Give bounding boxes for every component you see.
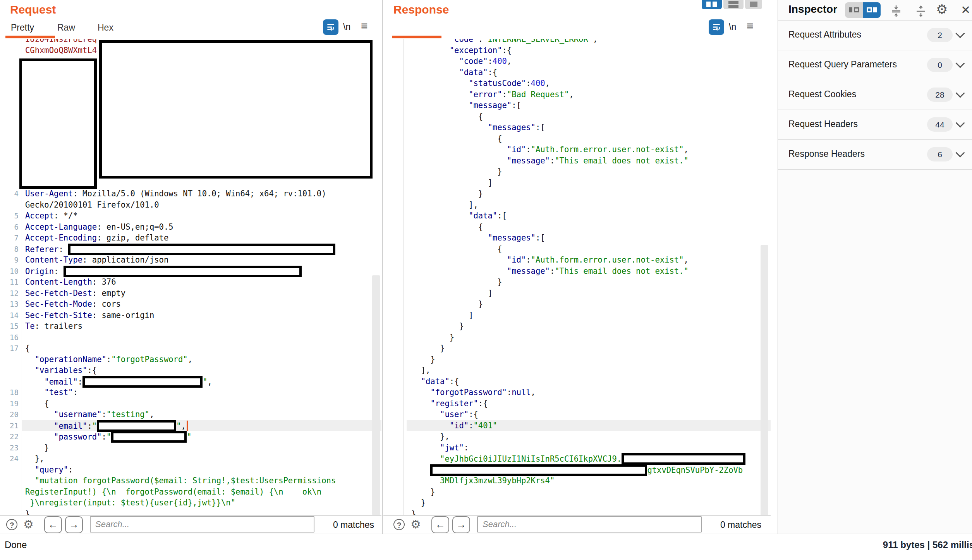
collapse-all-icon[interactable] [890, 5, 903, 18]
inspector-section-request-query-parameters[interactable]: Request Query Parameters0 [778, 50, 972, 80]
line-number: 10 [0, 266, 22, 277]
redaction-box [430, 464, 647, 476]
code-row: } [383, 497, 771, 508]
hamburger-menu-icon[interactable]: ≡ [361, 20, 368, 32]
code-row: "messages":[ [383, 232, 771, 244]
code-row: { [383, 244, 771, 255]
layout-rows-button[interactable] [723, 0, 744, 9]
chevron-down-icon[interactable] [955, 29, 965, 38]
line-number [0, 89, 22, 100]
close-icon[interactable]: ✕ [961, 3, 970, 17]
line-number [383, 431, 407, 442]
code-row: "operationName":"forgotPassword", [0, 354, 381, 365]
count-badge: 6 [927, 147, 953, 161]
code-row: "id":"Auth.form.error.user.not-exist", [383, 144, 771, 155]
response-search-input[interactable] [477, 516, 702, 533]
line-number [383, 244, 407, 255]
count-badge: 44 [927, 117, 953, 132]
code-row: }\nregister(input: $test){user{id},jwt}}… [0, 497, 381, 508]
code-row: }, [383, 431, 771, 442]
panel-divider[interactable] [382, 0, 383, 534]
inspector-settings-gear-icon[interactable]: ⚙ [936, 2, 948, 17]
inspector-section-request-cookies[interactable]: Request Cookies28 [778, 80, 972, 110]
code-row: "data":{ [383, 376, 771, 387]
line-number [0, 199, 22, 211]
chevron-down-icon[interactable] [955, 88, 965, 98]
line-number: 4 [0, 188, 22, 199]
line-number [0, 376, 22, 387]
line-number [383, 122, 407, 133]
help-icon[interactable]: ? [6, 519, 17, 530]
response-active-tab-underline [392, 36, 441, 38]
code-row: "forgotPassword":null, [383, 387, 771, 398]
line-number: 23 [0, 442, 22, 453]
code-row: } [383, 332, 771, 343]
line-number [383, 486, 407, 498]
code-row: 11Content-Length: 376 [0, 277, 381, 288]
wrap-lines-icon [711, 22, 721, 32]
inspector-layout-toggle-left[interactable] [845, 2, 863, 18]
tab-hex[interactable]: Hex [98, 22, 113, 33]
code-row: ], [383, 199, 771, 211]
line-number [0, 354, 22, 365]
search-settings-gear-icon[interactable]: ⚙ [23, 518, 34, 531]
inspector-section-request-attributes[interactable]: Request Attributes2 [778, 20, 972, 50]
layout-columns-button[interactable] [702, 0, 722, 9]
panel-layout-icon [849, 7, 852, 12]
tab-pretty[interactable]: Pretty [11, 22, 34, 33]
response-scrollbar[interactable] [761, 245, 768, 515]
line-number [0, 67, 22, 78]
code-row: 13Sec-Fetch-Mode: cors [0, 299, 381, 310]
line-number [0, 497, 22, 508]
search-settings-gear-icon[interactable]: ⚙ [410, 518, 421, 531]
code-row: RegisterInput!) {\n forgotPassword(email… [0, 486, 381, 498]
line-number: 11 [0, 277, 22, 288]
chevron-down-icon[interactable] [955, 58, 965, 68]
previous-match-button[interactable]: ← [44, 516, 62, 533]
code-row: 8Referer: [0, 244, 381, 255]
chevron-down-icon[interactable] [955, 118, 965, 127]
request-content-top-border [0, 39, 381, 39]
help-icon[interactable]: ? [393, 519, 405, 530]
next-match-button[interactable]: → [452, 516, 470, 533]
panel-layout-icon [867, 7, 872, 12]
line-number [383, 464, 407, 476]
line-number: 16 [0, 332, 22, 343]
inspector-section-request-headers[interactable]: Request Headers44 [778, 110, 972, 139]
tab-raw[interactable]: Raw [57, 22, 75, 33]
wrap-lines-button[interactable] [323, 19, 338, 35]
line-number [383, 277, 407, 288]
count-badge: 28 [927, 88, 953, 102]
burp-repeater-window: Request PrettyRawHex \n ≡ IUz04INszFULre… [0, 0, 972, 560]
request-editor[interactable]: IUz04INszFULreqCGhxmOoQ8WXmtL44User-Agen… [0, 39, 381, 515]
line-number [383, 288, 407, 299]
wrap-lines-button[interactable] [709, 19, 724, 35]
expand-all-icon[interactable] [914, 5, 927, 18]
newline-toggle[interactable]: \n [343, 22, 350, 32]
code-row: } [383, 343, 771, 354]
request-gutter-divider [22, 39, 22, 515]
newline-toggle[interactable]: \n [729, 22, 736, 32]
redaction-box [622, 453, 745, 465]
line-number [383, 321, 407, 332]
request-panel: Request PrettyRawHex \n ≡ IUz04INszFULre… [0, 0, 381, 534]
previous-match-button[interactable]: ← [431, 516, 449, 533]
code-row: "id":"401" [383, 420, 771, 431]
code-row: ] [383, 177, 771, 189]
request-scrollbar[interactable] [372, 275, 380, 515]
single-pane-icon [750, 2, 757, 7]
line-number: 12 [0, 288, 22, 299]
request-search-input[interactable] [90, 516, 314, 533]
code-row: 6Accept-Language: en-US,en;q=0.5 [0, 222, 381, 233]
code-row: 19 { [0, 398, 381, 409]
inspector-layout-toggle-right[interactable] [863, 2, 881, 18]
inspector-section-response-headers[interactable]: Response Headers6 [778, 139, 972, 169]
response-editor[interactable]: "code":"INTERNAL_SERVER_ERROR", "excepti… [383, 39, 771, 515]
code-row: 18 "test": [0, 387, 381, 398]
hamburger-menu-icon[interactable]: ≡ [747, 20, 754, 32]
line-number [383, 266, 407, 277]
chevron-down-icon[interactable] [955, 148, 965, 157]
code-row: ] [383, 310, 771, 321]
next-match-button[interactable]: → [65, 516, 83, 533]
layout-single-button[interactable] [745, 0, 762, 9]
